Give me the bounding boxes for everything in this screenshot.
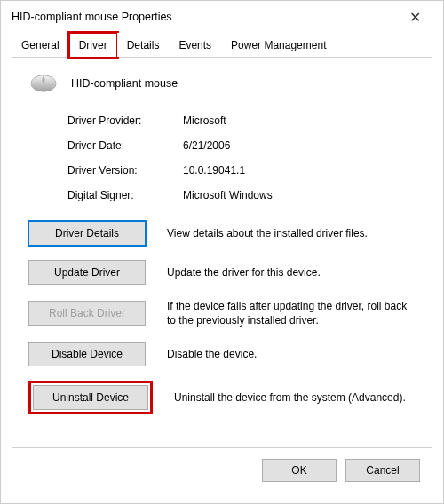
version-label: Driver Version: — [67, 164, 183, 177]
tab-strip: General Driver Details Events Power Mana… — [12, 33, 432, 58]
driver-info-grid: Driver Provider: Microsoft Driver Date: … — [67, 114, 416, 201]
signer-value: Microsoft Windows — [183, 189, 416, 201]
dialog-footer: OK Cancel — [12, 448, 432, 492]
uninstall-highlight: Uninstall Device — [28, 381, 153, 414]
update-driver-button[interactable]: Update Driver — [28, 260, 146, 285]
properties-dialog: HID-compliant mouse Properties ✕ General… — [0, 0, 444, 504]
tab-general[interactable]: General — [12, 33, 69, 57]
device-name: HID-compliant mouse — [71, 77, 178, 90]
version-value: 10.0.19041.1 — [183, 164, 416, 177]
date-value: 6/21/2006 — [183, 139, 416, 152]
tab-power-management[interactable]: Power Management — [221, 33, 336, 57]
ok-button[interactable]: OK — [262, 459, 337, 482]
window-title: HID-compliant mouse Properties — [12, 11, 172, 23]
svg-point-2 — [43, 78, 44, 83]
action-row-uninstall: Uninstall Device Uninstall the device fr… — [28, 381, 416, 414]
provider-value: Microsoft — [183, 114, 416, 127]
tab-driver[interactable]: Driver — [69, 33, 117, 58]
date-label: Driver Date: — [67, 139, 183, 152]
rollback-driver-button: Roll Back Driver — [28, 301, 146, 326]
device-header: HID-compliant mouse — [28, 72, 416, 95]
provider-label: Driver Provider: — [67, 114, 183, 127]
driver-details-button[interactable]: Driver Details — [28, 221, 146, 246]
uninstall-device-button[interactable]: Uninstall Device — [33, 385, 148, 410]
update-driver-desc: Update the driver for this device. — [167, 265, 416, 280]
cancel-button[interactable]: Cancel — [345, 459, 420, 482]
tab-details[interactable]: Details — [117, 33, 170, 57]
driver-panel: HID-compliant mouse Driver Provider: Mic… — [12, 58, 432, 448]
driver-details-desc: View details about the installed driver … — [167, 226, 416, 240]
disable-device-button[interactable]: Disable Device — [28, 342, 146, 366]
close-button[interactable]: ✕ — [397, 9, 432, 26]
action-row-details: Driver Details View details about the in… — [28, 221, 416, 246]
tab-events[interactable]: Events — [169, 33, 221, 57]
action-list: Driver Details View details about the in… — [28, 221, 416, 414]
mouse-icon — [28, 72, 59, 95]
action-row-disable: Disable Device Disable the device. — [28, 342, 416, 366]
uninstall-device-desc: Uninstall the device from the system (Ad… — [174, 390, 416, 405]
action-row-update: Update Driver Update the driver for this… — [28, 260, 416, 285]
content-area: General Driver Details Events Power Mana… — [1, 33, 443, 503]
action-row-rollback: Roll Back Driver If the device fails aft… — [28, 299, 416, 327]
rollback-driver-desc: If the device fails after updating the d… — [167, 299, 416, 327]
disable-device-desc: Disable the device. — [167, 347, 416, 361]
signer-label: Digital Signer: — [67, 189, 183, 201]
titlebar: HID-compliant mouse Properties ✕ — [1, 1, 443, 33]
